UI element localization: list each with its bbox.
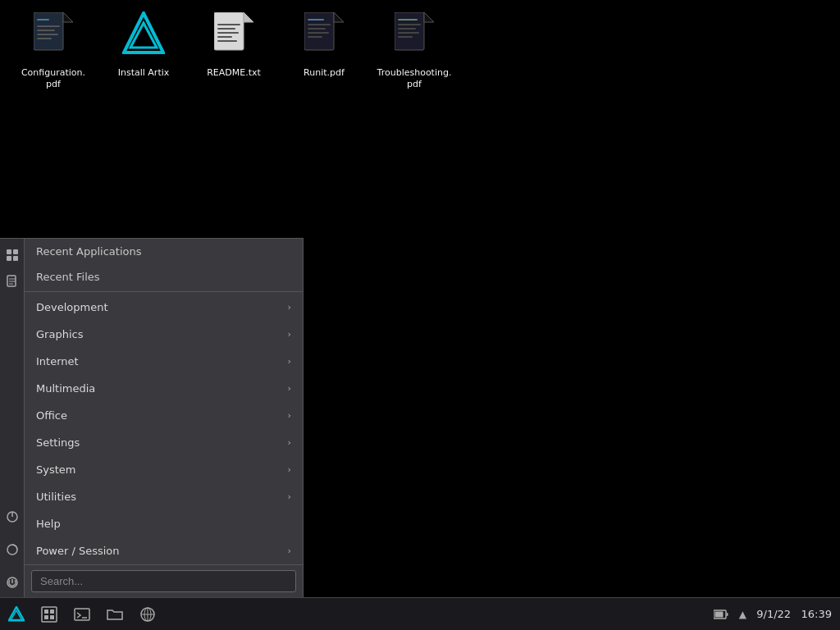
runit-pdf-label: Runit.pdf bbox=[304, 67, 345, 79]
svg-rect-29 bbox=[398, 36, 413, 38]
svg-rect-11 bbox=[217, 24, 240, 25]
svg-rect-19 bbox=[308, 24, 331, 25]
svg-rect-33 bbox=[13, 256, 18, 261]
menu-item-internet[interactable]: Internet › bbox=[25, 348, 303, 375]
svg-rect-50 bbox=[75, 609, 89, 620]
menu-item-power-session[interactable]: Power / Session › bbox=[25, 537, 303, 564]
desktop-icon-troubleshooting-pdf[interactable]: Troubleshooting.pdf bbox=[377, 10, 451, 91]
battery-tray-icon[interactable] bbox=[714, 607, 728, 622]
menu-divider-1 bbox=[25, 291, 303, 292]
menu-item-settings-label: Settings bbox=[36, 436, 80, 449]
desktop-icon-readme-txt[interactable]: README.txt bbox=[197, 10, 271, 91]
svg-rect-27 bbox=[398, 28, 416, 30]
taskbar-time: 16:39 bbox=[801, 608, 832, 620]
menu-item-help[interactable]: Help bbox=[25, 510, 303, 537]
svg-rect-16 bbox=[304, 12, 334, 50]
file-manager-button[interactable] bbox=[33, 598, 66, 631]
tray-arrow-label: ▲ bbox=[739, 609, 746, 620]
menu-item-multimedia-label: Multimedia bbox=[36, 382, 95, 395]
svg-rect-5 bbox=[37, 38, 52, 39]
menu-item-utilities-label: Utilities bbox=[36, 491, 76, 503]
application-menu: Recent Applications Recent Files Develop… bbox=[0, 238, 304, 597]
svg-rect-15 bbox=[217, 40, 237, 42]
recent-files-item[interactable]: Recent Files bbox=[25, 264, 303, 290]
utilities-chevron-icon: › bbox=[288, 491, 291, 502]
menu-item-utilities[interactable]: Utilities › bbox=[25, 483, 303, 510]
desktop-icons-container: Configuration.pdf Install Artix bbox=[0, 0, 840, 101]
menu-content: Recent Applications Recent Files Develop… bbox=[25, 239, 303, 597]
browser-button[interactable] bbox=[131, 598, 164, 631]
desktop-icon-install-artix[interactable]: Install Artix bbox=[107, 10, 180, 91]
menu-item-office-label: Office bbox=[36, 409, 67, 422]
svg-rect-21 bbox=[308, 32, 329, 34]
svg-rect-46 bbox=[44, 609, 48, 614]
svg-rect-14 bbox=[217, 36, 232, 38]
svg-rect-26 bbox=[398, 24, 421, 25]
graphics-chevron-icon: › bbox=[288, 329, 291, 340]
menu-item-system-label: System bbox=[36, 463, 75, 476]
svg-rect-25 bbox=[398, 19, 418, 21]
readme-txt-icon bbox=[208, 10, 260, 62]
menu-item-multimedia[interactable]: Multimedia › bbox=[25, 375, 303, 402]
svg-marker-10 bbox=[244, 12, 253, 22]
menu-item-system[interactable]: System › bbox=[25, 456, 303, 483]
svg-marker-8 bbox=[130, 23, 157, 48]
config-pdf-icon bbox=[27, 10, 80, 62]
menu-item-office[interactable]: Office › bbox=[25, 402, 303, 429]
svg-marker-1 bbox=[63, 12, 73, 22]
svg-rect-2 bbox=[37, 25, 60, 27]
taskbar: ▲ 9/1/22 16:39 bbox=[0, 597, 840, 630]
search-input[interactable] bbox=[31, 570, 296, 592]
svg-rect-22 bbox=[308, 36, 322, 38]
config-pdf-label: Configuration.pdf bbox=[21, 67, 85, 91]
power-sidebar-icon[interactable] bbox=[4, 574, 21, 591]
development-chevron-icon: › bbox=[288, 302, 291, 313]
svg-rect-32 bbox=[7, 256, 11, 261]
svg-marker-17 bbox=[334, 12, 344, 22]
svg-rect-45 bbox=[42, 607, 57, 622]
session-sidebar-icon[interactable] bbox=[4, 541, 21, 558]
runit-pdf-icon bbox=[298, 10, 350, 62]
desktop-icon-config-pdf[interactable]: Configuration.pdf bbox=[16, 10, 90, 91]
power-session-chevron-icon: › bbox=[288, 546, 291, 556]
menu-search-container bbox=[25, 564, 303, 597]
menu-item-graphics[interactable]: Graphics › bbox=[25, 321, 303, 348]
svg-rect-18 bbox=[308, 19, 324, 21]
svg-rect-58 bbox=[715, 611, 724, 617]
menu-item-graphics-label: Graphics bbox=[36, 328, 83, 340]
terminal-button[interactable] bbox=[66, 598, 98, 631]
multimedia-chevron-icon: › bbox=[288, 383, 291, 394]
svg-rect-12 bbox=[217, 28, 235, 30]
desktop-icon-runit-pdf[interactable]: Runit.pdf bbox=[287, 10, 361, 91]
svg-marker-24 bbox=[424, 12, 434, 22]
recent-files-sidebar-icon bbox=[4, 273, 21, 290]
svg-rect-13 bbox=[217, 32, 239, 34]
recent-applications-item[interactable]: Recent Applications bbox=[25, 239, 303, 264]
internet-chevron-icon: › bbox=[288, 356, 291, 367]
taskbar-datetime: 9/1/22 16:39 bbox=[756, 608, 832, 620]
svg-rect-28 bbox=[398, 32, 419, 34]
troubleshooting-pdf-icon bbox=[388, 10, 441, 62]
install-artix-label: Install Artix bbox=[118, 67, 170, 79]
logout-sidebar-icon[interactable] bbox=[4, 509, 21, 525]
menu-item-settings[interactable]: Settings › bbox=[25, 429, 303, 456]
taskbar-date: 9/1/22 bbox=[756, 608, 791, 620]
artix-launcher-button[interactable] bbox=[0, 598, 33, 631]
menu-item-development-label: Development bbox=[36, 301, 108, 313]
svg-rect-4 bbox=[37, 34, 58, 35]
svg-rect-31 bbox=[13, 249, 18, 254]
tray-arrow-icon[interactable]: ▲ bbox=[735, 607, 750, 622]
recent-apps-sidebar-icon bbox=[4, 247, 21, 263]
install-artix-icon bbox=[117, 10, 170, 62]
settings-chevron-icon: › bbox=[288, 437, 291, 448]
files-button[interactable] bbox=[98, 598, 131, 631]
taskbar-left bbox=[0, 598, 164, 630]
svg-rect-20 bbox=[308, 28, 326, 30]
svg-rect-30 bbox=[7, 249, 11, 254]
svg-rect-23 bbox=[395, 12, 424, 50]
menu-item-development[interactable]: Development › bbox=[25, 294, 303, 321]
svg-rect-49 bbox=[50, 615, 54, 619]
menu-item-help-label: Help bbox=[36, 518, 61, 530]
svg-rect-9 bbox=[214, 12, 244, 50]
system-chevron-icon: › bbox=[288, 464, 291, 475]
